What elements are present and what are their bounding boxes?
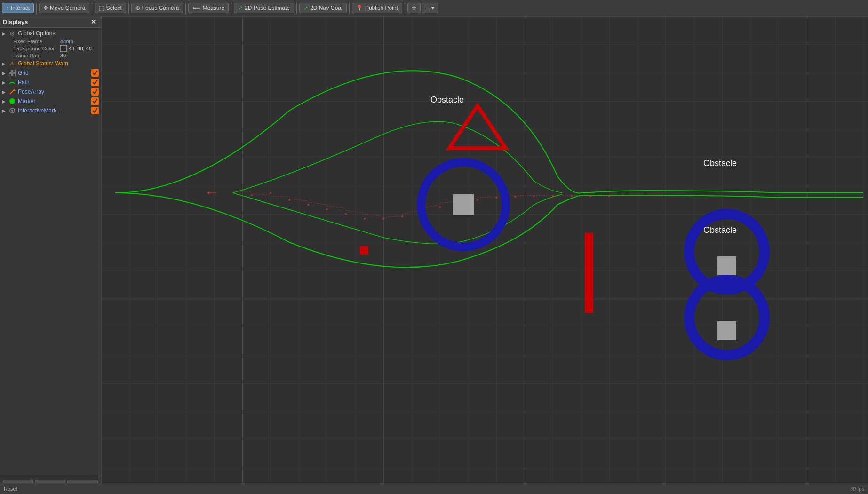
svg-rect-0 [9, 70, 12, 72]
interactivemark-label: InteractiveMark... [18, 107, 91, 114]
select-button[interactable]: ⬚ Select [95, 3, 126, 13]
svg-text:Obstacle: Obstacle [703, 159, 737, 168]
global-options-item[interactable]: ▶ ⚙ Global Options [0, 29, 101, 38]
focus-camera-button[interactable]: ⊕ Focus Camera [131, 3, 183, 13]
toolbar: ↕ Interact ✥ Move Camera ⬚ Select ⊕ Focu… [0, 0, 868, 16]
global-options-properties: Fixed Frame odom Background Color 48; 48… [0, 38, 101, 59]
path-expander[interactable]: ▶ [2, 80, 8, 85]
grid-label: Grid [18, 70, 91, 76]
sidebar-close-button[interactable]: ✕ [89, 18, 98, 25]
marker-label: Marker [18, 98, 91, 104]
interactivemark-checkbox[interactable] [91, 107, 99, 114]
svg-point-30 [571, 195, 573, 197]
svg-point-18 [345, 213, 347, 215]
background-color-row: Background Color 48; 48; 48 [4, 45, 101, 52]
svg-text:Obstacle: Obstacle [430, 95, 464, 104]
marker-expander[interactable]: ▶ [2, 99, 8, 104]
toolbar-separator-1 [36, 2, 37, 14]
move-camera-button[interactable]: ✥ Move Camera [39, 3, 89, 13]
posearray-label: PoseArray [18, 88, 91, 95]
sidebar-item-grid[interactable]: ▶ Grid [0, 68, 101, 78]
svg-rect-57 [453, 194, 474, 215]
svg-point-13 [251, 194, 253, 196]
global-status-expander[interactable]: ▶ [2, 61, 8, 66]
viz-svg: Obstacle Obstacle Obstacle [101, 16, 868, 494]
move-camera-icon: ✥ [43, 5, 48, 11]
svg-point-23 [439, 206, 441, 208]
svg-point-25 [477, 199, 478, 201]
sidebar-title: Displays [3, 18, 28, 25]
sidebar-empty-area [0, 253, 101, 477]
svg-rect-1 [13, 70, 16, 72]
svg-rect-10 [101, 16, 868, 494]
svg-point-26 [495, 197, 497, 199]
frame-rate-value: 30 [60, 53, 66, 58]
sidebar-item-marker[interactable]: ▶ Marker [0, 96, 101, 106]
sidebar-item-interactivemark[interactable]: ▶ InteractiveMark... [0, 106, 101, 115]
posearray-expander[interactable]: ▶ [2, 89, 8, 95]
fixed-frame-label: Fixed Frame [13, 39, 60, 44]
global-options-label: Global Options [18, 30, 99, 37]
svg-rect-2 [9, 73, 12, 76]
posearray-icon [8, 88, 16, 96]
sidebar-header: Displays ✕ [0, 16, 101, 28]
posearray-checkbox[interactable] [91, 88, 99, 96]
measure-button[interactable]: ⟺ Measure [188, 3, 229, 13]
path-checkbox[interactable] [91, 79, 99, 86]
fixed-frame-value[interactable]: odom [60, 39, 73, 44]
path-label: Path [18, 79, 91, 86]
svg-rect-64 [717, 256, 736, 275]
pose-estimate-button[interactable]: ↗ 2D Pose Estimate [234, 3, 294, 13]
grid-checkbox[interactable] [91, 69, 99, 77]
interactivemark-icon [8, 107, 16, 114]
toolbar-separator-3 [128, 2, 129, 14]
statusbar-reset[interactable]: Reset [4, 486, 17, 492]
global-options-expander[interactable]: ▶ [2, 31, 8, 36]
sidebar-item-path[interactable]: ▶ Path [0, 78, 101, 87]
svg-rect-3 [13, 73, 16, 76]
toolbar-separator-6 [296, 2, 297, 14]
grid-icon [8, 69, 16, 77]
select-icon: ⬚ [99, 5, 104, 11]
pose-estimate-icon: ↗ [238, 5, 243, 11]
marker-checkbox[interactable] [91, 97, 99, 105]
background-color-swatch[interactable] [60, 45, 67, 52]
svg-rect-61 [585, 233, 593, 313]
minus-button[interactable]: —▾ [422, 3, 438, 13]
svg-point-16 [307, 204, 309, 206]
plus-icon: ✚ [412, 5, 416, 11]
minus-icon: —▾ [426, 5, 434, 11]
plus-button[interactable]: ✚ [407, 3, 421, 13]
interact-icon: ↕ [6, 5, 9, 11]
global-status-item[interactable]: ▶ ⚠ Global Status: Warn [0, 59, 101, 68]
publish-point-button[interactable]: 📍 Publish Point [352, 3, 402, 13]
visualization-canvas[interactable]: Obstacle Obstacle Obstacle [101, 16, 868, 494]
displays-tree: ▶ ⚙ Global Options Fixed Frame odom Back… [0, 28, 101, 253]
sidebar-item-posearray[interactable]: ▶ PoseArray [0, 87, 101, 96]
nav-goal-icon: ↗ [303, 5, 308, 11]
frame-rate-label: Frame Rate [13, 53, 60, 58]
svg-point-29 [552, 195, 554, 197]
global-status-icon: ⚠ [8, 60, 16, 67]
svg-point-27 [514, 196, 516, 198]
marker-icon [8, 97, 16, 105]
svg-point-6 [9, 98, 15, 104]
svg-point-28 [533, 195, 535, 197]
toolbar-separator-2 [92, 2, 92, 14]
svg-point-19 [364, 218, 366, 220]
svg-point-21 [401, 215, 403, 217]
svg-rect-67 [717, 321, 736, 340]
svg-point-32 [608, 195, 610, 197]
nav-goal-button[interactable]: ↗ 2D Nav Goal [299, 3, 347, 13]
interact-button[interactable]: ↕ Interact [2, 3, 34, 13]
global-status-label: Global Status: Warn [18, 60, 99, 67]
grid-expander[interactable]: ▶ [2, 71, 8, 76]
toolbar-separator-5 [231, 2, 231, 14]
svg-point-20 [382, 218, 384, 220]
svg-point-15 [288, 199, 290, 201]
toolbar-separator-7 [349, 2, 350, 14]
sidebar: Displays ✕ ▶ ⚙ Global Options Fixed Fram… [0, 16, 101, 494]
statusbar-fps: 30 fps [850, 486, 864, 492]
background-color-label: Background Color [13, 46, 60, 51]
interactivemark-expander[interactable]: ▶ [2, 108, 8, 113]
